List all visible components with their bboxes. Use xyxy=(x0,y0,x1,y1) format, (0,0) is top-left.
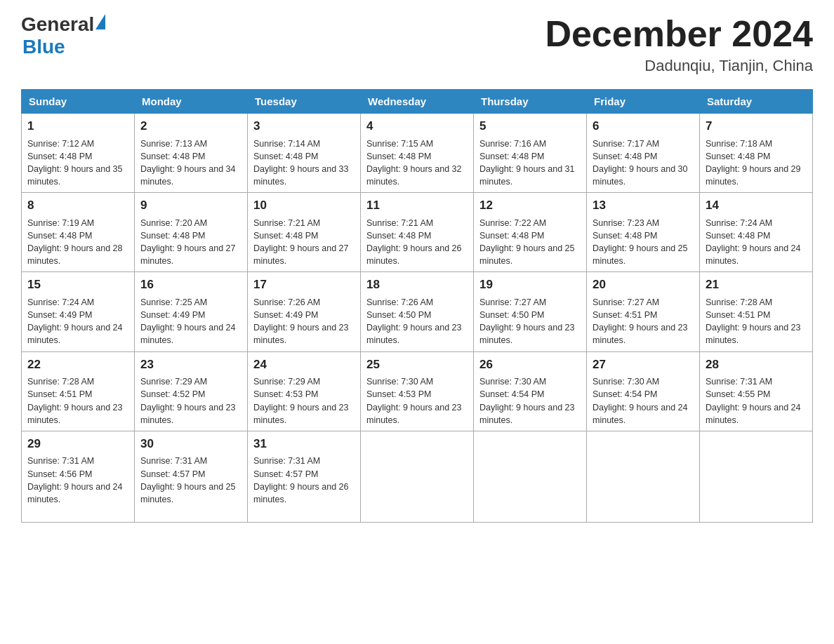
calendar-week-row: 22 Sunrise: 7:28 AMSunset: 4:51 PMDaylig… xyxy=(22,351,813,431)
day-number: 28 xyxy=(706,356,807,374)
table-row: 17 Sunrise: 7:26 AMSunset: 4:49 PMDaylig… xyxy=(248,272,361,351)
day-info: Sunrise: 7:31 AMSunset: 4:56 PMDaylight:… xyxy=(27,456,123,504)
day-number: 21 xyxy=(706,276,807,294)
day-info: Sunrise: 7:31 AMSunset: 4:57 PMDaylight:… xyxy=(140,456,236,504)
table-row: 15 Sunrise: 7:24 AMSunset: 4:49 PMDaylig… xyxy=(22,272,135,351)
table-row xyxy=(361,431,474,522)
table-row: 24 Sunrise: 7:29 AMSunset: 4:53 PMDaylig… xyxy=(248,351,361,431)
day-info: Sunrise: 7:21 AMSunset: 4:48 PMDaylight:… xyxy=(253,218,349,266)
table-row: 5 Sunrise: 7:16 AMSunset: 4:48 PMDayligh… xyxy=(474,114,587,193)
day-info: Sunrise: 7:28 AMSunset: 4:51 PMDaylight:… xyxy=(27,377,123,424)
day-info: Sunrise: 7:19 AMSunset: 4:48 PMDaylight:… xyxy=(27,218,123,266)
col-friday: Friday xyxy=(587,90,700,114)
table-row: 18 Sunrise: 7:26 AMSunset: 4:50 PMDaylig… xyxy=(361,272,474,351)
day-number: 13 xyxy=(593,197,694,215)
col-tuesday: Tuesday xyxy=(248,90,361,114)
day-number: 4 xyxy=(366,118,468,135)
table-row: 12 Sunrise: 7:22 AMSunset: 4:48 PMDaylig… xyxy=(474,193,587,272)
logo-blue: Blue xyxy=(22,36,65,58)
day-number: 22 xyxy=(27,356,128,374)
day-info: Sunrise: 7:24 AMSunset: 4:49 PMDaylight:… xyxy=(27,297,123,345)
calendar-week-row: 15 Sunrise: 7:24 AMSunset: 4:49 PMDaylig… xyxy=(22,272,813,351)
header-row: Sunday Monday Tuesday Wednesday Thursday… xyxy=(22,90,813,114)
calendar-table: Sunday Monday Tuesday Wednesday Thursday… xyxy=(21,89,813,523)
table-row: 21 Sunrise: 7:28 AMSunset: 4:51 PMDaylig… xyxy=(700,272,813,351)
logo: General Blue xyxy=(21,14,105,58)
calendar-week-row: 8 Sunrise: 7:19 AMSunset: 4:48 PMDayligh… xyxy=(22,193,813,272)
table-row: 23 Sunrise: 7:29 AMSunset: 4:52 PMDaylig… xyxy=(135,351,248,431)
table-row: 10 Sunrise: 7:21 AMSunset: 4:48 PMDaylig… xyxy=(248,193,361,272)
day-number: 23 xyxy=(140,356,241,374)
day-number: 20 xyxy=(593,276,694,294)
day-info: Sunrise: 7:25 AMSunset: 4:49 PMDaylight:… xyxy=(140,297,236,345)
col-wednesday: Wednesday xyxy=(361,90,474,114)
day-info: Sunrise: 7:30 AMSunset: 4:54 PMDaylight:… xyxy=(479,377,575,424)
day-number: 10 xyxy=(253,197,355,215)
table-row: 13 Sunrise: 7:23 AMSunset: 4:48 PMDaylig… xyxy=(587,193,700,272)
table-row: 29 Sunrise: 7:31 AMSunset: 4:56 PMDaylig… xyxy=(22,431,135,522)
day-info: Sunrise: 7:15 AMSunset: 4:48 PMDaylight:… xyxy=(366,139,462,187)
day-info: Sunrise: 7:31 AMSunset: 4:55 PMDaylight:… xyxy=(706,377,801,424)
day-number: 31 xyxy=(253,436,355,453)
table-row: 30 Sunrise: 7:31 AMSunset: 4:57 PMDaylig… xyxy=(135,431,248,522)
table-row: 6 Sunrise: 7:17 AMSunset: 4:48 PMDayligh… xyxy=(587,114,700,193)
day-info: Sunrise: 7:16 AMSunset: 4:48 PMDaylight:… xyxy=(479,139,575,187)
day-number: 18 xyxy=(366,276,468,294)
day-number: 7 xyxy=(706,118,807,135)
day-number: 24 xyxy=(253,356,355,374)
day-number: 8 xyxy=(27,197,128,215)
day-info: Sunrise: 7:24 AMSunset: 4:48 PMDaylight:… xyxy=(706,218,801,266)
logo-triangle-icon xyxy=(95,14,105,29)
table-row: 31 Sunrise: 7:31 AMSunset: 4:57 PMDaylig… xyxy=(248,431,361,522)
day-info: Sunrise: 7:14 AMSunset: 4:48 PMDaylight:… xyxy=(253,139,349,187)
day-number: 9 xyxy=(140,197,241,215)
day-info: Sunrise: 7:31 AMSunset: 4:57 PMDaylight:… xyxy=(253,456,349,504)
day-info: Sunrise: 7:28 AMSunset: 4:51 PMDaylight:… xyxy=(706,297,801,345)
table-row xyxy=(587,431,700,522)
month-title: December 2024 xyxy=(545,14,813,54)
day-info: Sunrise: 7:29 AMSunset: 4:53 PMDaylight:… xyxy=(253,377,349,424)
day-number: 2 xyxy=(140,118,241,135)
day-number: 11 xyxy=(366,197,468,215)
day-info: Sunrise: 7:30 AMSunset: 4:53 PMDaylight:… xyxy=(366,377,462,424)
table-row: 8 Sunrise: 7:19 AMSunset: 4:48 PMDayligh… xyxy=(22,193,135,272)
day-number: 25 xyxy=(366,356,468,374)
day-info: Sunrise: 7:23 AMSunset: 4:48 PMDaylight:… xyxy=(593,218,688,266)
day-info: Sunrise: 7:26 AMSunset: 4:50 PMDaylight:… xyxy=(366,297,462,345)
day-info: Sunrise: 7:22 AMSunset: 4:48 PMDaylight:… xyxy=(479,218,575,266)
table-row: 28 Sunrise: 7:31 AMSunset: 4:55 PMDaylig… xyxy=(700,351,813,431)
table-row: 14 Sunrise: 7:24 AMSunset: 4:48 PMDaylig… xyxy=(700,193,813,272)
day-number: 1 xyxy=(27,118,128,135)
day-number: 17 xyxy=(253,276,355,294)
day-info: Sunrise: 7:21 AMSunset: 4:48 PMDaylight:… xyxy=(366,218,462,266)
day-number: 16 xyxy=(140,276,241,294)
logo-general: General xyxy=(21,14,94,36)
day-number: 27 xyxy=(593,356,694,374)
day-number: 29 xyxy=(27,436,128,453)
location: Dadunqiu, Tianjin, China xyxy=(545,57,813,75)
table-row: 19 Sunrise: 7:27 AMSunset: 4:50 PMDaylig… xyxy=(474,272,587,351)
day-info: Sunrise: 7:17 AMSunset: 4:48 PMDaylight:… xyxy=(593,139,688,187)
day-number: 30 xyxy=(140,436,241,453)
table-row: 11 Sunrise: 7:21 AMSunset: 4:48 PMDaylig… xyxy=(361,193,474,272)
table-row: 27 Sunrise: 7:30 AMSunset: 4:54 PMDaylig… xyxy=(587,351,700,431)
col-monday: Monday xyxy=(135,90,248,114)
day-info: Sunrise: 7:20 AMSunset: 4:48 PMDaylight:… xyxy=(140,218,236,266)
table-row: 9 Sunrise: 7:20 AMSunset: 4:48 PMDayligh… xyxy=(135,193,248,272)
day-number: 3 xyxy=(253,118,355,135)
table-row: 4 Sunrise: 7:15 AMSunset: 4:48 PMDayligh… xyxy=(361,114,474,193)
day-number: 12 xyxy=(479,197,581,215)
day-number: 19 xyxy=(479,276,581,294)
table-row xyxy=(700,431,813,522)
calendar-week-row: 1 Sunrise: 7:12 AMSunset: 4:48 PMDayligh… xyxy=(22,114,813,193)
table-row: 25 Sunrise: 7:30 AMSunset: 4:53 PMDaylig… xyxy=(361,351,474,431)
day-number: 14 xyxy=(706,197,807,215)
table-row xyxy=(474,431,587,522)
day-info: Sunrise: 7:26 AMSunset: 4:49 PMDaylight:… xyxy=(253,297,349,345)
table-row: 3 Sunrise: 7:14 AMSunset: 4:48 PMDayligh… xyxy=(248,114,361,193)
day-info: Sunrise: 7:27 AMSunset: 4:51 PMDaylight:… xyxy=(593,297,688,345)
day-info: Sunrise: 7:12 AMSunset: 4:48 PMDaylight:… xyxy=(27,139,123,187)
col-saturday: Saturday xyxy=(700,90,813,114)
table-row: 26 Sunrise: 7:30 AMSunset: 4:54 PMDaylig… xyxy=(474,351,587,431)
day-info: Sunrise: 7:29 AMSunset: 4:52 PMDaylight:… xyxy=(140,377,236,424)
